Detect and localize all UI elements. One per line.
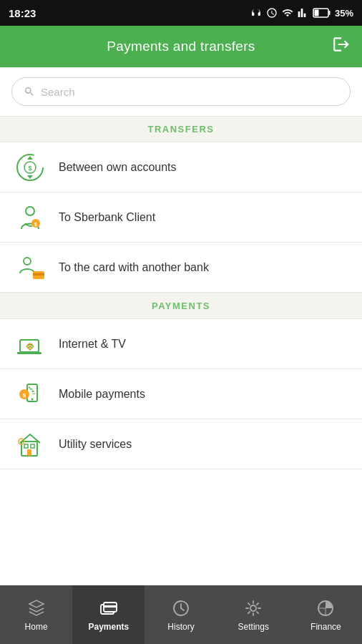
status-bar: 18:23 35%: [0, 0, 362, 26]
search-container: Search: [0, 67, 362, 116]
header: Payments and transfers: [0, 26, 362, 67]
history-nav-label: History: [167, 622, 194, 632]
alarm-icon: [266, 7, 278, 19]
payments-nav-icon: [99, 598, 119, 618]
another-bank-label: To the card with another bank: [59, 261, 209, 274]
history-nav-icon: [171, 598, 191, 618]
svg-point-9: [24, 258, 31, 265]
time-display: 18:23: [9, 7, 36, 19]
another-bank-icon: [11, 249, 49, 286]
another-bank-item[interactable]: To the card with another bank: [0, 243, 362, 293]
header-title: Payments and transfers: [107, 39, 255, 54]
internet-tv-item[interactable]: Internet & TV: [0, 319, 362, 369]
svg-rect-2: [314, 10, 318, 16]
svg-rect-11: [33, 273, 44, 275]
payments-title: PAYMENTS: [11, 301, 351, 311]
exit-icon[interactable]: [332, 35, 351, 58]
nav-home[interactable]: Home: [0, 585, 72, 644]
home-nav-icon: [26, 598, 47, 618]
search-icon: [24, 86, 35, 97]
internet-tv-icon: [11, 326, 49, 363]
search-box[interactable]: Search: [11, 77, 351, 106]
between-own-label: Between own accounts: [59, 161, 177, 174]
svg-rect-1: [328, 11, 330, 15]
mobile-payments-icon: $: [11, 376, 49, 413]
svg-rect-13: [17, 352, 41, 354]
svg-text:$: $: [28, 165, 31, 172]
payments-nav-label: Payments: [88, 622, 129, 632]
to-sberbank-item[interactable]: $ To Sberbank Client: [0, 192, 362, 243]
svg-rect-28: [104, 605, 117, 608]
content-area: Search TRANSFERS $ Between own accounts: [0, 67, 362, 585]
nav-payments[interactable]: Payments: [72, 585, 145, 644]
utility-services-item[interactable]: Utility services: [0, 419, 362, 469]
svg-text:$: $: [34, 222, 37, 228]
status-icons: 35%: [250, 7, 353, 19]
transfers-section-header: TRANSFERS: [0, 116, 362, 142]
wifi-icon: [282, 7, 293, 19]
svg-rect-23: [31, 444, 34, 448]
utility-services-label: Utility services: [59, 438, 132, 451]
battery-icon: [313, 8, 331, 18]
battery-percent: 35%: [335, 8, 353, 19]
sberbank-client-label: To Sberbank Client: [59, 211, 155, 224]
settings-nav-icon: [243, 598, 263, 618]
home-nav-label: Home: [25, 622, 48, 632]
svg-text:$: $: [23, 392, 26, 399]
nav-history[interactable]: History: [145, 585, 217, 644]
nav-finance[interactable]: Finance: [290, 585, 362, 644]
nav-settings[interactable]: Settings: [217, 585, 290, 644]
sberbank-client-icon: $: [11, 199, 49, 236]
svg-point-16: [29, 345, 31, 347]
svg-rect-22: [24, 444, 28, 448]
mobile-payments-label: Mobile payments: [59, 388, 145, 401]
utility-services-icon: [11, 426, 49, 463]
mobile-payments-item[interactable]: $ Mobile payments: [0, 369, 362, 419]
finance-nav-icon: [315, 598, 336, 618]
svg-point-30: [250, 605, 256, 611]
settings-nav-label: Settings: [238, 622, 269, 632]
internet-tv-label: Internet & TV: [59, 338, 126, 351]
between-own-accounts-item[interactable]: $ Between own accounts: [0, 142, 362, 192]
signal-icon: [298, 7, 309, 19]
headphone-icon: [250, 7, 262, 19]
finance-nav-label: Finance: [310, 622, 341, 632]
svg-rect-24: [27, 449, 31, 456]
transfers-title: TRANSFERS: [11, 124, 351, 135]
payments-section-header: PAYMENTS: [0, 293, 362, 319]
svg-point-18: [31, 398, 34, 400]
bottom-navigation: Home Payments History Settings: [0, 585, 362, 644]
search-placeholder: Search: [41, 86, 75, 98]
between-own-icon: $: [11, 149, 49, 186]
svg-point-6: [26, 207, 34, 215]
